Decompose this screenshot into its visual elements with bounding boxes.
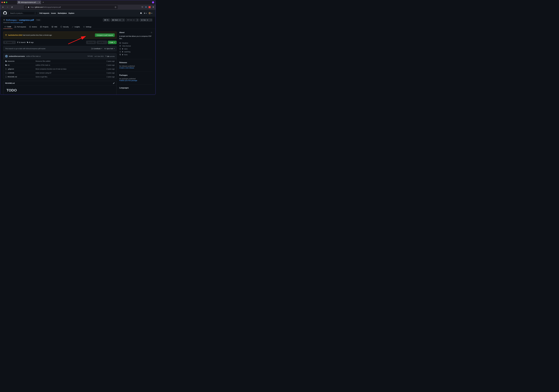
- tab-wiki[interactable]: Wiki: [50, 25, 58, 29]
- forked-from: forked from itsfoss/compress-pdf: [3, 22, 152, 23]
- branches-link[interactable]: 1 branch: [17, 41, 26, 43]
- about-description: A simple tool that allows you to compres…: [119, 35, 152, 40]
- file-age: 3 years ago: [107, 72, 115, 74]
- pocket-icon[interactable]: [141, 6, 143, 8]
- user-menu[interactable]: ▼: [149, 12, 152, 14]
- menu-button[interactable]: [152, 6, 154, 8]
- file-name-link[interactable]: .gitignore: [8, 68, 36, 70]
- forks-link[interactable]: 9 forks: [119, 53, 152, 56]
- file-commit-msg[interactable]: Some rough files.: [36, 76, 107, 78]
- fork-dropdown[interactable]: ▼: [136, 19, 139, 22]
- file-commit-msg[interactable]: Move compress function out of main qt cl…: [36, 68, 107, 70]
- tab-settings[interactable]: Settings: [82, 25, 93, 29]
- browser-toolbar-icons: [141, 6, 154, 8]
- file-name-link[interactable]: src: [8, 64, 36, 66]
- notifications-button[interactable]: [140, 12, 142, 14]
- nav-explore[interactable]: Explore: [68, 12, 74, 14]
- languages-title: Languages: [119, 87, 129, 89]
- file-icon: [5, 72, 8, 74]
- new-tab-button[interactable]: +: [43, 1, 44, 4]
- tab-insights[interactable]: Insights: [70, 25, 81, 29]
- compare-pull-request-button[interactable]: Compare & pull request: [95, 33, 115, 37]
- search-input[interactable]: Search or jump to... /: [9, 11, 38, 15]
- browser-tab[interactable]: thefossguy/compress-pdf: A sim ✕: [17, 0, 41, 4]
- repo-name-link[interactable]: compress-pdf: [19, 19, 34, 21]
- forked-from-link[interactable]: itsfoss/compress-pdf: [10, 22, 23, 23]
- file-commit-msg[interactable]: outline of the main ui.: [36, 64, 107, 66]
- watching-link[interactable]: 0 watching: [119, 50, 152, 53]
- browser-extension-icon-2[interactable]: [149, 6, 151, 8]
- nav-pull-requests[interactable]: Pull requests: [39, 12, 49, 14]
- graph-icon: [72, 26, 74, 28]
- file-name-link[interactable]: README.md: [8, 76, 36, 78]
- nav-issues[interactable]: Issues: [51, 12, 56, 14]
- reload-icon: [11, 6, 13, 8]
- readme-link[interactable]: Readme: [119, 42, 152, 45]
- file-row: srcoutline of the main ui.2 years ago: [3, 63, 116, 67]
- star-dropdown[interactable]: ▼: [150, 19, 152, 22]
- close-tab-icon[interactable]: ✕: [39, 1, 40, 3]
- tab-code[interactable]: Code: [3, 25, 12, 29]
- browser-extension-icon-1[interactable]: [145, 6, 147, 8]
- tab-actions[interactable]: Actions: [28, 25, 38, 29]
- star-button[interactable]: Star 0: [140, 19, 150, 22]
- svg-point-5: [120, 52, 121, 52]
- commits-link[interactable]: 33 commits: [105, 55, 115, 57]
- commit-message[interactable]: outline of the main ui.: [26, 55, 41, 57]
- edit-readme-button[interactable]: [113, 82, 115, 84]
- commit-date: on 9 Jan 2021: [94, 56, 104, 57]
- maximize-window-button[interactable]: [6, 2, 7, 3]
- contribute-button[interactable]: Contribute ▼: [91, 48, 102, 49]
- repo-slash: /: [18, 19, 18, 21]
- stars-link[interactable]: 0 stars: [119, 47, 152, 50]
- minimize-window-button[interactable]: [4, 2, 5, 3]
- github-icon: [18, 1, 20, 3]
- star-icon: [115, 6, 116, 8]
- branch-select-button[interactable]: master ▼: [3, 41, 16, 44]
- file-name-link[interactable]: LICENSE: [8, 72, 36, 74]
- tab-security[interactable]: Security: [59, 25, 70, 29]
- tab-projects[interactable]: Projects: [39, 25, 50, 29]
- pin-button[interactable]: Pin: [103, 19, 110, 22]
- commit-author-avatar[interactable]: [5, 55, 8, 57]
- edit-about-button[interactable]: [151, 32, 152, 33]
- create-release-link[interactable]: Create a new release: [119, 67, 134, 69]
- code-download-button[interactable]: Code ▼: [108, 41, 117, 44]
- bookmark-button[interactable]: [115, 6, 116, 8]
- github-logo[interactable]: [3, 11, 7, 15]
- sync-fork-button[interactable]: Sync fork ▼: [104, 48, 115, 49]
- file-commit-msg[interactable]: Initial version using QT: [36, 72, 107, 74]
- publish-package-link[interactable]: Publish your first package: [119, 80, 137, 81]
- file-commit-msg[interactable]: Resource files added.: [36, 60, 107, 62]
- commit-sha[interactable]: 74fc061: [87, 56, 93, 57]
- reload-button[interactable]: [10, 6, 14, 9]
- nav-marketplace[interactable]: Marketplace: [58, 12, 67, 14]
- file-name-link[interactable]: resources: [8, 60, 36, 62]
- repo-owner-link[interactable]: thefossguy: [6, 19, 17, 21]
- extension-icon[interactable]: ∞: [152, 1, 154, 3]
- file-row: LICENSEInitial version using QT3 years a…: [3, 71, 116, 75]
- go-to-file-button[interactable]: Go to file: [86, 41, 96, 44]
- readme-filename[interactable]: README.md: [5, 82, 15, 84]
- tab-pulls[interactable]: Pull requests: [13, 25, 28, 29]
- window-controls: [1, 2, 7, 3]
- file-row: resourcesResource files added.2 years ag…: [3, 59, 116, 63]
- watch-dropdown[interactable]: ▼: [122, 19, 125, 22]
- law-icon: [119, 45, 121, 47]
- file-age: 2 years ago: [107, 76, 115, 78]
- code-icon: [5, 26, 6, 28]
- close-window-button[interactable]: [1, 2, 3, 3]
- commit-author-link[interactable]: andanotherusername: [9, 55, 25, 57]
- add-file-button[interactable]: Add file ▼: [97, 41, 107, 44]
- create-new-button[interactable]: ▼: [144, 12, 147, 14]
- lock-icon: [28, 6, 29, 8]
- browser-toolbar: https://github.com/thefossguy/compress-p…: [0, 5, 156, 10]
- watch-button[interactable]: Watch 0: [111, 19, 122, 22]
- fork-button: Fork 9: [126, 19, 136, 22]
- license-link[interactable]: View license: [119, 45, 152, 47]
- back-button[interactable]: [1, 6, 5, 9]
- tags-link[interactable]: 0 tags: [27, 41, 34, 43]
- browser-tab-bar: thefossguy/compress-pdf: A sim ✕ + ∞: [0, 0, 156, 5]
- star-button-group: Star 0 ▼: [140, 19, 152, 22]
- url-bar[interactable]: https://github.com/thefossguy/compress-p…: [24, 5, 118, 9]
